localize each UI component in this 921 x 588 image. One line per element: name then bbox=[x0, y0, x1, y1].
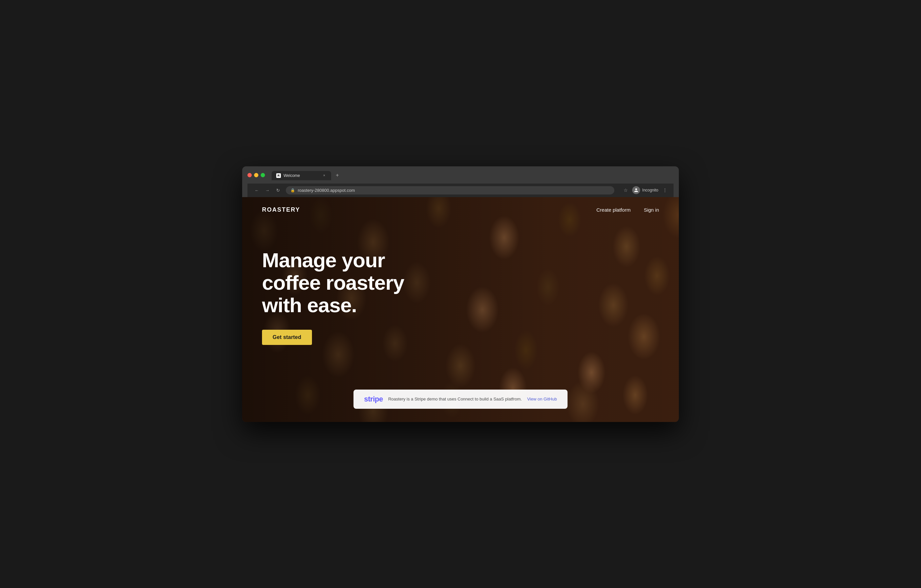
minimize-button[interactable] bbox=[254, 173, 259, 177]
forward-button[interactable]: → bbox=[263, 186, 271, 194]
stripe-logo: stripe bbox=[364, 395, 383, 403]
site-navigation: ROASTERY Create platform Sign in bbox=[242, 197, 679, 223]
close-button[interactable] bbox=[247, 173, 252, 177]
sign-in-link[interactable]: Sign in bbox=[644, 207, 659, 213]
address-bar: ← → ↻ 🔒 roastery-280800.appspot.com ☆ In… bbox=[247, 184, 674, 197]
site-logo: ROASTERY bbox=[262, 206, 300, 213]
create-platform-link[interactable]: Create platform bbox=[596, 207, 631, 213]
maximize-button[interactable] bbox=[261, 173, 265, 177]
tab-close-button[interactable]: × bbox=[322, 173, 327, 178]
menu-icon[interactable]: ⋮ bbox=[662, 187, 668, 193]
back-button[interactable]: ← bbox=[253, 186, 261, 194]
nav-links: Create platform Sign in bbox=[596, 207, 659, 213]
traffic-lights bbox=[247, 173, 265, 177]
refresh-button[interactable]: ↻ bbox=[274, 186, 282, 194]
chrome-right-controls: ☆ Incognito ⋮ bbox=[622, 186, 668, 194]
url-text: roastery-280800.appspot.com bbox=[298, 188, 355, 193]
hero-title: Manage your coffee roastery with ease. bbox=[262, 249, 421, 317]
tab-bar: R Welcome × + bbox=[272, 170, 674, 180]
stripe-description: Roastery is a Stripe demo that uses Conn… bbox=[388, 396, 522, 401]
chrome-titlebar: R Welcome × + ← → ↻ 🔒 roastery-280800.ap… bbox=[242, 166, 679, 197]
tab-favicon: R bbox=[276, 173, 281, 178]
incognito-button[interactable]: Incognito bbox=[632, 186, 658, 194]
get-started-button[interactable]: Get started bbox=[262, 330, 312, 345]
active-tab[interactable]: R Welcome × bbox=[272, 171, 331, 180]
browser-window: R Welcome × + ← → ↻ 🔒 roastery-280800.ap… bbox=[242, 166, 679, 422]
website-content: ROASTERY Create platform Sign in Manage … bbox=[242, 197, 679, 422]
nav-buttons: ← → ↻ bbox=[253, 186, 282, 194]
tab-title: Welcome bbox=[283, 173, 319, 178]
new-tab-button[interactable]: + bbox=[332, 170, 342, 180]
incognito-label: Incognito bbox=[642, 188, 658, 192]
github-link[interactable]: View on GitHub bbox=[527, 396, 557, 401]
stripe-banner: stripe Roastery is a Stripe demo that us… bbox=[354, 390, 568, 409]
hero-section: Manage your coffee roastery with ease. G… bbox=[242, 223, 441, 345]
url-field[interactable]: 🔒 roastery-280800.appspot.com bbox=[286, 186, 614, 195]
incognito-avatar bbox=[632, 186, 640, 194]
bookmark-icon[interactable]: ☆ bbox=[622, 187, 629, 193]
lock-icon: 🔒 bbox=[290, 188, 295, 192]
